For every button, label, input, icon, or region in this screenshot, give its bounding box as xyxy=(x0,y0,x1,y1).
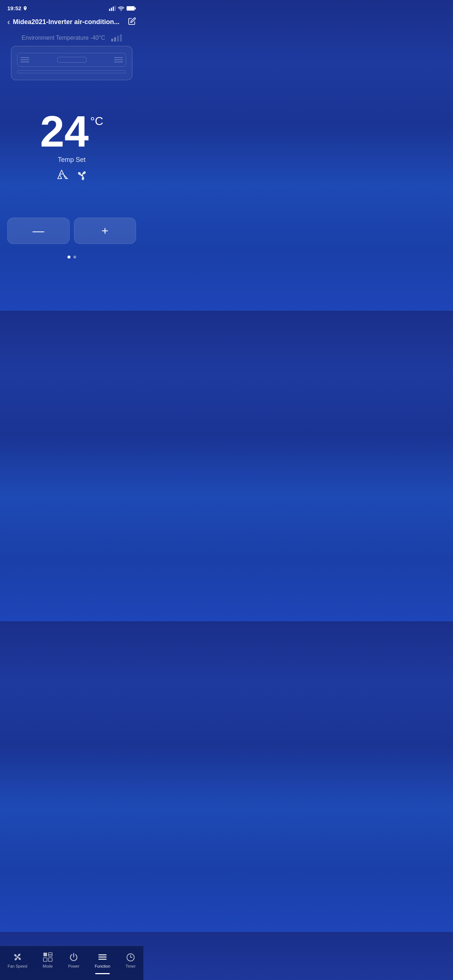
svg-rect-1 xyxy=(111,8,112,11)
status-bar: 19:52 xyxy=(0,0,144,14)
decrease-temp-button[interactable]: — xyxy=(7,218,70,244)
wifi-icon xyxy=(118,6,124,11)
status-icons xyxy=(109,6,136,11)
svg-rect-5 xyxy=(135,7,136,10)
page-dot-1 xyxy=(67,256,70,258)
status-time: 19:52 xyxy=(7,5,28,11)
pencil-icon xyxy=(128,17,136,25)
ac-bottom-panel xyxy=(17,70,126,73)
ac-right-vents xyxy=(114,57,123,62)
svg-point-9 xyxy=(81,174,83,176)
svg-marker-8 xyxy=(64,175,67,179)
svg-rect-3 xyxy=(115,6,116,11)
location-icon xyxy=(22,6,28,11)
svg-marker-6 xyxy=(59,170,64,174)
battery-icon xyxy=(126,6,136,11)
clock: 19:52 xyxy=(7,5,21,11)
back-button[interactable]: ‹ xyxy=(7,18,10,27)
environment-section: Environment Temperature -40°C xyxy=(0,33,144,46)
svg-rect-0 xyxy=(109,9,110,11)
header: ‹ Midea2021-Inverter air-condition... xyxy=(0,14,144,33)
edit-button[interactable] xyxy=(128,17,136,27)
fan-mode-icon xyxy=(75,170,89,181)
signal-icon xyxy=(109,6,116,11)
ac-left-vents xyxy=(21,57,29,62)
page-dot-2 xyxy=(73,256,76,258)
environment-temp: Environment Temperature -40°C xyxy=(22,35,105,41)
svg-marker-7 xyxy=(57,175,62,179)
page-title: Midea2021-Inverter air-condition... xyxy=(13,18,128,26)
temperature-controls: — + xyxy=(0,188,144,251)
temp-set-label: Temp Set xyxy=(7,156,136,164)
ac-panel xyxy=(57,57,86,63)
svg-rect-2 xyxy=(113,6,114,11)
page-indicator xyxy=(0,251,144,266)
signal-strength-icon xyxy=(111,34,122,41)
temperature-value: 24 xyxy=(40,110,89,153)
increase-temp-button[interactable]: + xyxy=(74,218,136,244)
ac-unit-illustration xyxy=(11,46,132,80)
temperature-display: 24 °C xyxy=(7,110,136,153)
svg-rect-4 xyxy=(126,6,135,11)
temperature-unit: °C xyxy=(90,115,103,127)
mode-icons xyxy=(7,170,136,181)
temperature-section: 24 °C Temp Set xyxy=(0,88,144,188)
eco-mode-icon xyxy=(55,170,68,181)
